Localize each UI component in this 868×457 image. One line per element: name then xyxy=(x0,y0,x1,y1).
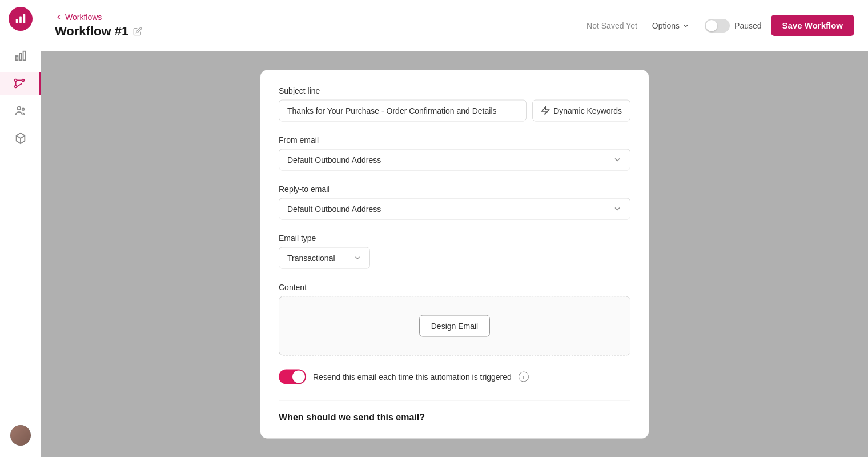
reply-to-value: Default Outbound Address xyxy=(287,205,381,214)
resend-label: Resend this email each time this automat… xyxy=(313,372,512,382)
resend-toggle-row: Resend this email each time this automat… xyxy=(279,370,630,384)
reply-to-dropdown[interactable]: Default Outbound Address xyxy=(279,198,630,220)
back-label: Workflows xyxy=(65,13,102,22)
email-type-label: Email type xyxy=(279,234,630,243)
svg-point-12 xyxy=(17,107,21,110)
options-button[interactable]: Options xyxy=(646,18,696,34)
resend-toggle-thumb xyxy=(292,371,305,383)
subject-line-input[interactable] xyxy=(279,100,527,122)
email-type-section: Email type Transactional xyxy=(279,234,630,269)
resend-toggle[interactable] xyxy=(279,370,306,384)
from-email-dropdown[interactable]: Default Outbound Address xyxy=(279,149,630,171)
chevron-down-icon xyxy=(613,155,622,165)
dynamic-keywords-button[interactable]: Dynamic Keywords xyxy=(532,100,630,122)
svg-rect-5 xyxy=(23,51,25,61)
save-workflow-button[interactable]: Save Workflow xyxy=(771,15,854,36)
paused-toggle: Paused xyxy=(705,19,761,33)
svg-point-8 xyxy=(15,86,17,88)
when-section: When should we send this email? xyxy=(279,400,630,423)
svg-line-11 xyxy=(17,83,22,87)
info-icon[interactable]: i xyxy=(519,372,529,382)
sidebar-item-workflows[interactable] xyxy=(0,72,41,95)
svg-rect-2 xyxy=(23,14,25,23)
svg-point-6 xyxy=(15,79,17,82)
modal-body: Subject line Dynamic Keywords From email… xyxy=(260,70,649,439)
email-type-value: Transactional xyxy=(287,254,335,263)
lightning-icon xyxy=(541,106,550,115)
sidebar-nav xyxy=(0,45,41,425)
svg-rect-3 xyxy=(15,56,18,60)
from-email-section: From email Default Outbound Address xyxy=(279,135,630,171)
topbar: Workflows Workflow #1 Not Saved Yet Opti… xyxy=(41,0,868,51)
workflow-title: Workflow #1 xyxy=(55,24,128,39)
chevron-down-icon-2 xyxy=(613,205,622,214)
from-email-label: From email xyxy=(279,135,630,145)
svg-point-7 xyxy=(22,79,25,82)
email-type-dropdown[interactable]: Transactional xyxy=(279,247,370,269)
reply-to-section: Reply-to email Default Outbound Address xyxy=(279,185,630,220)
subject-line-label: Subject line xyxy=(279,86,630,95)
svg-rect-0 xyxy=(15,19,18,23)
edit-icon[interactable] xyxy=(133,27,142,36)
content-label: Content xyxy=(279,283,630,292)
paused-toggle-track[interactable] xyxy=(705,19,730,33)
content-area: Design Email xyxy=(279,296,630,356)
chevron-down-icon-3 xyxy=(353,254,361,262)
sidebar-item-contacts[interactable] xyxy=(9,99,32,122)
sidebar-item-analytics[interactable] xyxy=(9,45,32,67)
content-section: Content Design Email xyxy=(279,283,630,356)
app-logo[interactable] xyxy=(9,7,33,31)
subject-line-section: Subject line Dynamic Keywords xyxy=(279,86,630,122)
paused-toggle-thumb xyxy=(706,20,717,31)
when-title: When should we send this email? xyxy=(279,412,630,423)
svg-point-13 xyxy=(22,108,24,110)
canvas-area: Subject line Dynamic Keywords From email… xyxy=(41,51,868,457)
from-email-value: Default Outbound Address xyxy=(287,155,381,165)
svg-rect-1 xyxy=(19,16,22,23)
topbar-right: Not Saved Yet Options Paused Save Workfl… xyxy=(586,15,854,36)
dynamic-keywords-label: Dynamic Keywords xyxy=(553,106,622,115)
svg-rect-4 xyxy=(19,53,22,60)
design-email-button[interactable]: Design Email xyxy=(419,315,490,337)
paused-label: Paused xyxy=(734,21,761,30)
main-area: Workflows Workflow #1 Not Saved Yet Opti… xyxy=(41,0,868,457)
workflow-title-row: Workflow #1 xyxy=(55,24,142,39)
reply-to-label: Reply-to email xyxy=(279,185,630,194)
not-saved-label: Not Saved Yet xyxy=(586,21,637,30)
user-avatar[interactable] xyxy=(10,425,31,446)
sidebar-item-products[interactable] xyxy=(9,127,32,150)
email-settings-modal: Subject line Dynamic Keywords From email… xyxy=(260,70,649,439)
sidebar xyxy=(0,0,41,457)
subject-row: Dynamic Keywords xyxy=(279,100,630,122)
back-to-workflows[interactable]: Workflows xyxy=(55,13,142,22)
